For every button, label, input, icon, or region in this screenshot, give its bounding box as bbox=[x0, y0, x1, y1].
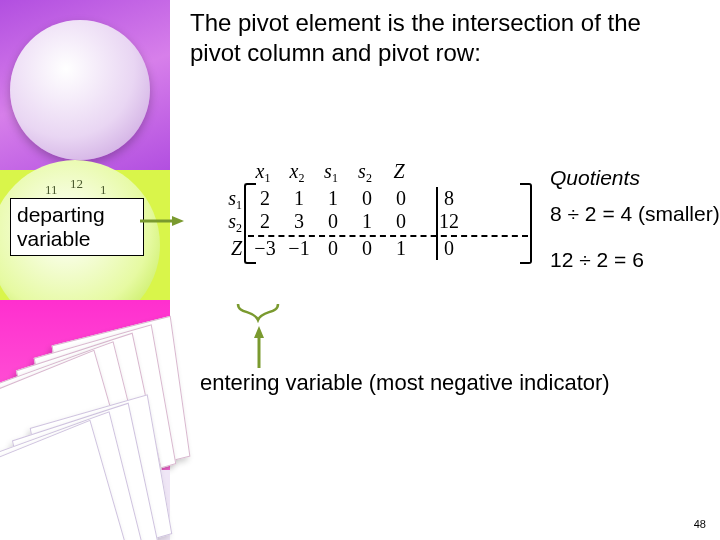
entering-arrow-icon bbox=[254, 326, 264, 368]
decorative-sidebar: 12 1 11 2 10 3 9 bbox=[0, 0, 170, 540]
row-label-Z: Z bbox=[212, 237, 248, 260]
col-s2: s2 bbox=[348, 160, 382, 183]
departing-arrow-icon bbox=[140, 216, 184, 226]
svg-marker-3 bbox=[254, 326, 264, 338]
row-label-s2: s2 bbox=[212, 210, 248, 233]
col-x1: x1 bbox=[246, 160, 280, 183]
col-x2: x2 bbox=[280, 160, 314, 183]
quotient-row-2: 12 ÷ 2 = 6 bbox=[550, 248, 644, 272]
entering-variable-label: entering variable (most negative indicat… bbox=[200, 370, 610, 396]
page-number: 48 bbox=[694, 518, 706, 530]
sidebar-tile-clock-purple bbox=[0, 0, 170, 170]
quotient-row-1: 8 ÷ 2 = 4 (smaller) bbox=[550, 202, 720, 226]
table-row: s1 2 1 1 0 0 8 bbox=[212, 187, 528, 210]
sidebar-tile-papers-light bbox=[0, 470, 170, 540]
table-row: s2 2 3 0 1 0 12 bbox=[212, 210, 528, 233]
quotients-heading: Quotients bbox=[550, 166, 640, 190]
slide-title: The pivot element is the intersection of… bbox=[190, 8, 670, 68]
simplex-tableau: x1 x2 s1 s2 Z s1 2 1 1 0 0 8 s2 bbox=[210, 160, 530, 264]
col-s1: s1 bbox=[314, 160, 348, 183]
svg-marker-1 bbox=[172, 216, 184, 226]
col-Z: Z bbox=[382, 160, 416, 183]
column-brace-icon bbox=[236, 302, 280, 328]
row-label-s1: s1 bbox=[212, 187, 248, 210]
tableau-header-row: x1 x2 s1 s2 Z bbox=[210, 160, 530, 183]
departing-variable-label: departing variable bbox=[10, 198, 144, 256]
tableau-matrix: s1 2 1 1 0 0 8 s2 2 3 0 1 0 12 Z bbox=[210, 183, 530, 264]
table-row: Z −3 −1 0 0 1 0 bbox=[212, 237, 528, 260]
